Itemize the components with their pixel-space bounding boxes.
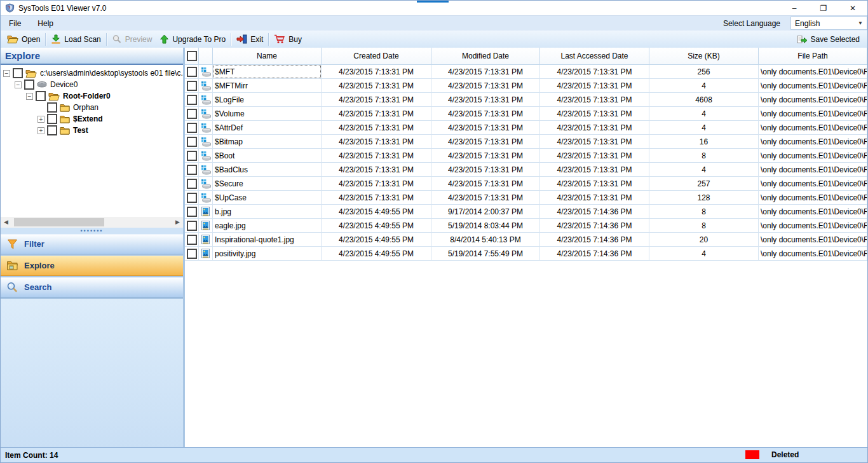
tree-checkbox[interactable] <box>24 79 34 90</box>
row-checkbox[interactable] <box>187 193 197 203</box>
upgrade-to-pro-button[interactable]: Upgrade To Pro <box>156 33 229 45</box>
tree-item-root-folder0[interactable]: −Root-Folder0 <box>1 90 183 102</box>
close-button[interactable]: ✕ <box>838 1 867 15</box>
menu-item-help[interactable]: Help <box>29 19 62 28</box>
row-checkbox[interactable] <box>187 179 197 189</box>
table-row[interactable]: $UpCase4/23/2015 7:13:31 PM4/23/2015 7:1… <box>185 191 867 205</box>
row-checkbox[interactable] <box>187 221 197 231</box>
row-checkbox[interactable] <box>187 249 197 259</box>
tree-item-extend[interactable]: +$Extend <box>1 113 183 125</box>
row-icon-cell <box>199 163 213 177</box>
column-header-size-kb[interactable]: Size (KB) <box>649 48 759 65</box>
load-scan-label: Load Scan <box>64 35 100 44</box>
select-all-checkbox[interactable] <box>187 51 197 61</box>
collapse-minus-icon[interactable]: − <box>26 93 33 100</box>
column-header-created-date[interactable]: Created Date <box>322 48 431 65</box>
tree-item-test[interactable]: +Test <box>1 125 183 136</box>
tree-checkbox[interactable] <box>47 114 57 124</box>
table-row[interactable]: $MFTMirr4/23/2015 7:13:31 PM4/23/2015 7:… <box>185 79 867 93</box>
row-checkbox[interactable] <box>187 67 197 77</box>
cell-size-kb: 4 <box>649 79 759 93</box>
tree-item-orphan[interactable]: Orphan <box>1 102 183 113</box>
open-button[interactable]: Open <box>3 33 44 45</box>
cell-modified-date: 4/23/2015 7:13:31 PM <box>431 121 540 135</box>
buy-button[interactable]: Buy <box>270 33 306 45</box>
sidebar-button-filter[interactable]: Filter <box>1 234 183 254</box>
cell-created-date: 4/23/2015 7:13:31 PM <box>322 163 431 177</box>
scrollbar-track[interactable] <box>11 217 172 228</box>
ntfs-file-icon <box>201 179 211 189</box>
expand-plus-icon[interactable]: + <box>37 116 44 123</box>
minimize-button[interactable]: – <box>780 1 809 15</box>
row-checkbox[interactable] <box>187 95 197 105</box>
grid-rows: $MFT4/23/2015 7:13:31 PM4/23/2015 7:13:3… <box>185 65 867 261</box>
row-checkbox[interactable] <box>187 207 197 217</box>
tree-checkbox[interactable] <box>13 68 23 78</box>
expand-plus-icon[interactable]: + <box>37 127 44 134</box>
table-row[interactable]: b.jpg4/23/2015 4:49:55 PM9/17/2014 2:00:… <box>185 205 867 219</box>
sidebar-button-explore[interactable]: Explore <box>1 256 183 276</box>
table-row[interactable]: Inspirational-quote1.jpg4/23/2015 4:49:5… <box>185 233 867 247</box>
tree-item-c-users-admin-desktop-systools-e01-file-c[interactable]: −c:\users\admin\desktop\systools e01 fil… <box>1 67 183 79</box>
menu-bar: FileHelp Select Language English ▼ <box>1 15 867 31</box>
tree-checkbox[interactable] <box>47 102 57 113</box>
table-row[interactable]: $AttrDef4/23/2015 7:13:31 PM4/23/2015 7:… <box>185 121 867 135</box>
table-row[interactable]: eagle.jpg4/23/2015 4:49:55 PM5/19/2014 8… <box>185 219 867 233</box>
select-all-header-cell <box>185 48 199 65</box>
table-row[interactable]: $LogFile4/23/2015 7:13:31 PM4/23/2015 7:… <box>185 93 867 107</box>
maximize-button[interactable]: ❐ <box>809 1 838 15</box>
cell-size-kb: 4 <box>649 163 759 177</box>
column-header-name[interactable]: Name <box>213 48 322 65</box>
scroll-right-arrow-icon[interactable]: ▶ <box>172 217 183 228</box>
table-row[interactable]: $Secure4/23/2015 7:13:31 PM4/23/2015 7:1… <box>185 177 867 191</box>
row-checkbox[interactable] <box>187 123 197 133</box>
row-icon-cell <box>199 177 213 191</box>
table-row[interactable]: $Volume4/23/2015 7:13:31 PM4/23/2015 7:1… <box>185 107 867 121</box>
table-row[interactable]: $BadClus4/23/2015 7:13:31 PM4/23/2015 7:… <box>185 163 867 177</box>
tree-checkbox[interactable] <box>47 125 57 135</box>
save-selected-button[interactable]: Save Selected <box>792 34 865 45</box>
grid-empty-space <box>185 261 867 448</box>
row-checkbox[interactable] <box>187 109 197 119</box>
scroll-left-arrow-icon[interactable]: ◀ <box>1 217 11 228</box>
tree-checkbox[interactable] <box>36 91 46 101</box>
sidebar-button-search[interactable]: Search <box>1 277 183 298</box>
search-icon <box>6 282 18 293</box>
row-checkbox[interactable] <box>187 235 197 245</box>
column-header-last-accessed-date[interactable]: Last Accessed Date <box>540 48 649 65</box>
scrollbar-thumb[interactable] <box>14 218 104 226</box>
menu-item-file[interactable]: File <box>1 19 29 28</box>
preview-button[interactable]: Preview <box>108 33 156 45</box>
row-checkbox[interactable] <box>187 151 197 161</box>
collapse-minus-icon[interactable]: − <box>3 70 10 77</box>
exit-button[interactable]: Exit <box>233 33 267 45</box>
cell-name: $Secure <box>213 177 322 191</box>
column-header-modified-date[interactable]: Modified Date <box>431 48 540 65</box>
exit-icon <box>236 34 247 44</box>
tree-horizontal-scrollbar[interactable]: ◀ ▶ <box>1 217 183 228</box>
load-scan-button[interactable]: Load Scan <box>47 33 104 45</box>
folder-icon <box>60 115 70 123</box>
open-label: Open <box>22 35 40 44</box>
cell-last-accessed-date: 4/23/2015 7:14:36 PM <box>540 219 649 233</box>
cell-created-date: 4/23/2015 4:49:55 PM <box>322 205 431 219</box>
cell-file-path: \only documents.E01\Device0\R... <box>759 121 867 135</box>
table-row[interactable]: $MFT4/23/2015 7:13:31 PM4/23/2015 7:13:3… <box>185 65 867 79</box>
panel-splitter-handle[interactable]: ••••••• <box>1 228 183 234</box>
row-checkbox[interactable] <box>187 137 197 147</box>
table-row[interactable]: positivity.jpg4/23/2015 4:49:55 PM5/19/2… <box>185 247 867 261</box>
cell-created-date: 4/23/2015 7:13:31 PM <box>322 107 431 121</box>
toolbar-separator <box>106 33 107 46</box>
title-bar: SysTools E01 Viewer v7.0 – ❐ ✕ <box>1 1 867 15</box>
row-checkbox[interactable] <box>187 165 197 175</box>
row-checkbox[interactable] <box>187 81 197 91</box>
table-row[interactable]: $Bitmap4/23/2015 7:13:31 PM4/23/2015 7:1… <box>185 135 867 149</box>
cell-last-accessed-date: 4/23/2015 7:13:31 PM <box>540 177 649 191</box>
tree-item-device0[interactable]: −Device0 <box>1 79 183 90</box>
language-select[interactable]: English ▼ <box>790 17 867 30</box>
collapse-minus-icon[interactable]: − <box>15 81 22 88</box>
table-row[interactable]: $Boot4/23/2015 7:13:31 PM4/23/2015 7:13:… <box>185 149 867 163</box>
folder-tree: −c:\users\admin\desktop\systools e01 fil… <box>1 65 183 217</box>
column-header-file-path[interactable]: File Path <box>759 48 867 65</box>
cell-file-path: \only documents.E01\Device0\R... <box>759 177 867 191</box>
